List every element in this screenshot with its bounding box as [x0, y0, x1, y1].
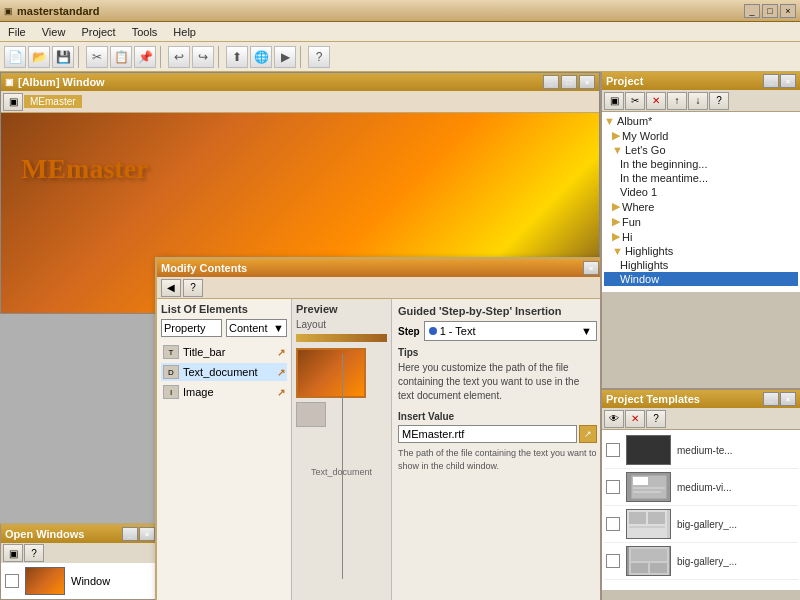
templates-window: Project Templates _ × 👁 ✕ ? medium-te... [602, 390, 800, 600]
maximize-button[interactable]: □ [762, 4, 778, 18]
ow-toolbar: ▣ ? [1, 543, 159, 563]
image-arrow: ↗ [277, 387, 285, 398]
open-button[interactable]: 📂 [28, 46, 50, 68]
tree-item-hi[interactable]: ▶ Hi [604, 229, 798, 244]
dialog-toolbar-icon[interactable]: ◀ [161, 279, 181, 297]
dialog-close-btn[interactable]: × [583, 261, 599, 275]
export-button[interactable]: ⬆ [226, 46, 248, 68]
ow-minimize[interactable]: _ [122, 527, 138, 541]
project-icon4[interactable]: ↑ [667, 92, 687, 110]
templates-eye-icon[interactable]: 👁 [604, 410, 624, 428]
dialog-titlebar: Modify Contents × [157, 259, 600, 277]
new-button[interactable]: 📄 [4, 46, 26, 68]
template-check-0[interactable] [606, 443, 620, 457]
list-item-titlebar[interactable]: T Title_bar ↗ [161, 343, 287, 361]
menu-project[interactable]: Project [77, 25, 119, 39]
content-dropdown[interactable]: Content ▼ [226, 319, 287, 337]
paste-button[interactable]: 📌 [134, 46, 156, 68]
project-minimize[interactable]: _ [763, 74, 779, 88]
menu-tools[interactable]: Tools [128, 25, 162, 39]
menu-help[interactable]: Help [169, 25, 200, 39]
tree-item-beginning[interactable]: In the beginning... [604, 157, 798, 171]
project-title: Project [606, 75, 643, 87]
menu-file[interactable]: File [4, 25, 30, 39]
ow-checkbox[interactable] [5, 574, 19, 588]
insert-value-browse-btn[interactable]: ↗ [579, 425, 597, 443]
undo-button[interactable]: ↩ [168, 46, 190, 68]
project-icon5[interactable]: ↓ [688, 92, 708, 110]
project-icon1[interactable]: ▣ [604, 92, 624, 110]
template-item-1[interactable]: medium-vi... [604, 469, 798, 506]
copy-button[interactable]: 📋 [110, 46, 132, 68]
dialog-toolbar: ◀ ? [157, 277, 600, 299]
templates-minimize[interactable]: _ [763, 392, 779, 406]
menubar: File View Project Tools Help [0, 22, 800, 42]
cut-button[interactable]: ✂ [86, 46, 108, 68]
close-button[interactable]: × [780, 4, 796, 18]
templates-close[interactable]: × [780, 392, 796, 406]
step-select[interactable]: 1 - Text ▼ [424, 321, 597, 341]
project-close[interactable]: × [780, 74, 796, 88]
album-maximize[interactable]: □ [561, 75, 577, 89]
property-dropdown[interactable]: Property [161, 319, 222, 337]
dialog-body: List Of Elements Property Content ▼ T Ti… [157, 299, 600, 600]
help-button[interactable]: ? [308, 46, 330, 68]
folder-icon-myworld: ▶ [612, 129, 620, 142]
template-check-1[interactable] [606, 480, 620, 494]
titlebar-arrow: ↗ [277, 347, 285, 358]
tree-item-video1[interactable]: Video 1 [604, 185, 798, 199]
project-window: Project _ × ▣ ✂ ✕ ↑ ↓ ? ▼ Album* [602, 72, 800, 390]
folder-icon-hi: ▶ [612, 230, 620, 243]
project-icon2[interactable]: ✂ [625, 92, 645, 110]
project-icon3[interactable]: ✕ [646, 92, 666, 110]
template-check-2[interactable] [606, 517, 620, 531]
template-item-2[interactable]: big-gallery_... [604, 506, 798, 543]
templates-help-icon[interactable]: ? [646, 410, 666, 428]
save-button[interactable]: 💾 [52, 46, 74, 68]
publish-button[interactable]: 🌐 [250, 46, 272, 68]
album-area: ▣ [Album] Window _ □ × ▣ MEmaster MEmast… [0, 72, 600, 600]
template-thumb-3 [626, 546, 671, 576]
album-minimize[interactable]: _ [543, 75, 559, 89]
svg-rect-6 [648, 512, 665, 524]
list-item-textdoc[interactable]: D Text_document ↗ [161, 363, 287, 381]
ow-close[interactable]: × [139, 527, 155, 541]
project-titlebar: Project _ × [602, 72, 800, 90]
template-check-3[interactable] [606, 554, 620, 568]
preview-button[interactable]: ▶ [274, 46, 296, 68]
tree-item-highlights-child[interactable]: Highlights [604, 258, 798, 272]
template-name-2: big-gallery_... [677, 519, 737, 530]
ow-icon-btn[interactable]: ▣ [3, 544, 23, 562]
svg-rect-11 [650, 563, 667, 573]
album-icon-btn[interactable]: ▣ [3, 93, 23, 111]
textdoc-icon: D [163, 365, 179, 379]
tree-item-highlights-parent[interactable]: ▼ Highlights [604, 244, 798, 258]
redo-button[interactable]: ↪ [192, 46, 214, 68]
template-thumb-2 [626, 509, 671, 539]
insert-value-input[interactable]: MEmaster.rtf [398, 425, 577, 443]
template-item-3[interactable]: big-gallery_... [604, 543, 798, 580]
minimize-button[interactable]: _ [744, 4, 760, 18]
insert-desc: The path of the file containing the text… [398, 447, 597, 472]
dialog-help-icon[interactable]: ? [183, 279, 203, 297]
album-close[interactable]: × [579, 75, 595, 89]
template-item-0[interactable]: medium-te... [604, 432, 798, 469]
app-win-controls: _ □ × [744, 4, 796, 18]
preview-panel: Preview Layout Text_document [292, 299, 392, 600]
tree-item-album[interactable]: ▼ Album* [604, 114, 798, 128]
list-item-image[interactable]: I Image ↗ [161, 383, 287, 401]
toolbar-sep-3 [218, 46, 222, 68]
tree-item-myworld[interactable]: ▶ My World [604, 128, 798, 143]
preview-thumb-main [296, 348, 366, 398]
tree-item-meantime[interactable]: In the meantime... [604, 171, 798, 185]
project-icon6[interactable]: ? [709, 92, 729, 110]
tree-item-fun[interactable]: ▶ Fun [604, 214, 798, 229]
templates-del-icon[interactable]: ✕ [625, 410, 645, 428]
svg-rect-7 [629, 526, 665, 528]
tree-item-letsgo[interactable]: ▼ Let's Go [604, 143, 798, 157]
tree-item-window[interactable]: Window [604, 272, 798, 286]
album-tab[interactable]: MEmaster [24, 95, 82, 108]
menu-view[interactable]: View [38, 25, 70, 39]
tree-item-where[interactable]: ▶ Where [604, 199, 798, 214]
ow-help-btn[interactable]: ? [24, 544, 44, 562]
